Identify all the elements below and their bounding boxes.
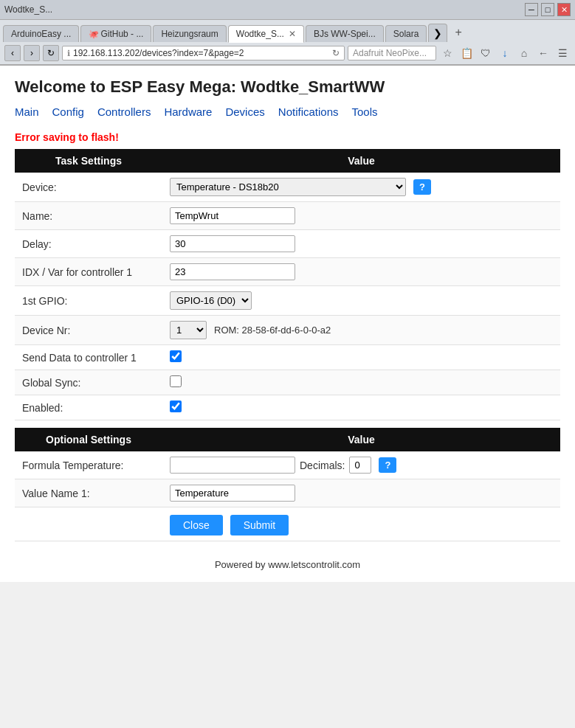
window-controls: ─ □ ✕ <box>525 3 571 16</box>
clipboard-icon[interactable]: 📋 <box>458 45 475 61</box>
optional-settings-header: Optional Settings <box>15 428 162 451</box>
enabled-checkbox[interactable] <box>170 401 182 412</box>
tab-heizungsraum[interactable]: Heizungsraum <box>153 25 226 42</box>
name-label: Name: <box>15 202 162 230</box>
new-tab-button[interactable]: + <box>449 23 467 42</box>
device-select[interactable]: Temperature - DS18b20 <box>170 178 406 196</box>
device-nr-label: Device Nr: <box>15 316 162 345</box>
table-row: Formula Temperature: Decimals: ? <box>15 451 560 479</box>
table-row: Name: <box>15 202 560 230</box>
value-name-input[interactable] <box>170 485 295 502</box>
table-row: IDX / Var for controller 1 <box>15 258 560 286</box>
task-value-header: Value <box>162 149 560 173</box>
tab-close-icon[interactable]: ✕ <box>289 29 296 39</box>
search-placeholder: Adafruit NeoPixe... <box>353 48 427 58</box>
window-title: Wodtke_S... <box>4 4 52 15</box>
close-button[interactable]: Close <box>170 515 223 535</box>
tab-github[interactable]: 🐙 GitHub - ... <box>80 25 151 42</box>
value-name-label: Value Name 1: <box>15 479 162 507</box>
name-input[interactable] <box>170 207 295 224</box>
delay-input[interactable] <box>170 235 295 252</box>
global-sync-label: Global Sync: <box>15 370 162 395</box>
device-field-group: Temperature - DS18b20 ? <box>170 178 553 196</box>
formula-label: Formula Temperature: <box>15 451 162 479</box>
gpio-select[interactable]: GPIO-16 (D0) <box>170 291 252 310</box>
forward-button[interactable]: › <box>24 45 40 61</box>
nav-notifications[interactable]: Notifications <box>278 105 339 118</box>
decimals-input[interactable] <box>349 457 371 474</box>
nav-tools[interactable]: Tools <box>352 105 378 118</box>
formula-group: Decimals: ? <box>170 457 553 474</box>
rom-text: ROM: 28-58-6f-dd-6-0-0-a2 <box>214 325 331 336</box>
star-icon[interactable]: ☆ <box>439 45 455 61</box>
send-data-checkbox[interactable] <box>170 350 182 362</box>
page-content: Welcome to ESP Easy Mega: Wodtke_SmartWW… <box>0 66 575 582</box>
back-arrow-icon[interactable]: ← <box>535 45 551 61</box>
delay-label: Delay: <box>15 230 162 258</box>
device-nr-select[interactable]: 1 <box>170 321 207 339</box>
idx-input[interactable] <box>170 263 295 280</box>
back-button[interactable]: ‹ <box>4 45 21 61</box>
submit-button[interactable]: Submit <box>230 515 289 535</box>
task-settings-table: Task Settings Value Device: Temperature … <box>15 149 560 420</box>
nav-menu: Main Config Controllers Hardware Devices… <box>15 105 560 124</box>
table-row: Send Data to controller 1 <box>15 345 560 370</box>
more-tabs-button[interactable]: ❯ <box>428 24 447 42</box>
shield-icon[interactable]: 🛡 <box>478 45 494 61</box>
task-settings-header: Task Settings <box>15 149 162 173</box>
home-icon[interactable]: ⌂ <box>516 45 532 61</box>
refresh-button[interactable]: ↻ <box>43 45 59 61</box>
secure-icon: ℹ <box>67 49 70 58</box>
table-row: Delay: <box>15 230 560 258</box>
toolbar-icons: ☆ 📋 🛡 ↓ ⌂ ← ☰ <box>439 45 571 61</box>
tab-arduinoeasy[interactable]: ArduinoEasy ... <box>3 25 79 42</box>
gpio-label: 1st GPIO: <box>15 286 162 316</box>
formula-input[interactable] <box>170 457 295 474</box>
nav-devices[interactable]: Devices <box>225 105 264 118</box>
minimize-button[interactable]: ─ <box>525 3 538 16</box>
address-bar-row: ‹ › ↻ ℹ 192.168.113.202/devices?index=7&… <box>0 42 575 65</box>
tab-wodtke[interactable]: Wodtke_S... ✕ <box>228 25 304 43</box>
device-help-button[interactable]: ? <box>413 179 431 195</box>
table-row: Device Nr: 1 ROM: 28-58-6f-dd-6-0-0-a2 <box>15 316 560 345</box>
device-label: Device: <box>15 173 162 202</box>
formula-help-button[interactable]: ? <box>379 457 396 473</box>
table-row: Close Submit <box>15 507 560 541</box>
decimals-label: Decimals: <box>300 460 345 471</box>
address-box[interactable]: ℹ 192.168.113.202/devices?index=7&page=2… <box>62 46 345 60</box>
page-title: Welcome to ESP Easy Mega: Wodtke_SmartWW <box>15 77 560 97</box>
tab-bjs[interactable]: BJs WW-Spei... <box>306 25 384 42</box>
table-row: Global Sync: <box>15 370 560 395</box>
enabled-label: Enabled: <box>15 395 162 420</box>
download-icon[interactable]: ↓ <box>497 45 513 61</box>
search-box[interactable]: Adafruit NeoPixe... <box>348 46 436 60</box>
address-text: 192.168.113.202/devices?index=7&page=2 <box>73 48 329 58</box>
send-data-label: Send Data to controller 1 <box>15 345 162 370</box>
tab-solara[interactable]: Solara <box>385 25 427 42</box>
nav-config[interactable]: Config <box>52 105 84 118</box>
table-row: Value Name 1: <box>15 479 560 507</box>
maximize-button[interactable]: □ <box>541 3 554 16</box>
table-row: 1st GPIO: GPIO-16 (D0) <box>15 286 560 316</box>
table-row: Enabled: <box>15 395 560 420</box>
menu-icon[interactable]: ☰ <box>554 45 571 61</box>
table-row: Device: Temperature - DS18b20 ? <box>15 173 560 202</box>
nav-controllers[interactable]: Controllers <box>97 105 151 118</box>
global-sync-checkbox[interactable] <box>170 375 182 387</box>
device-nr-group: 1 ROM: 28-58-6f-dd-6-0-0-a2 <box>170 321 553 339</box>
reload-icon[interactable]: ↻ <box>332 48 340 58</box>
optional-value-header: Value <box>162 428 560 451</box>
powered-by: Powered by www.letscontrolit.com <box>15 559 560 570</box>
optional-settings-table: Optional Settings Value Formula Temperat… <box>15 428 560 541</box>
close-window-button[interactable]: ✕ <box>557 3 571 16</box>
nav-main[interactable]: Main <box>15 105 39 118</box>
idx-label: IDX / Var for controller 1 <box>15 258 162 286</box>
tab-bar: ArduinoEasy ... 🐙 GitHub - ... Heizungsr… <box>0 20 575 42</box>
nav-hardware[interactable]: Hardware <box>164 105 212 118</box>
error-message: Error saving to flash! <box>15 131 560 143</box>
